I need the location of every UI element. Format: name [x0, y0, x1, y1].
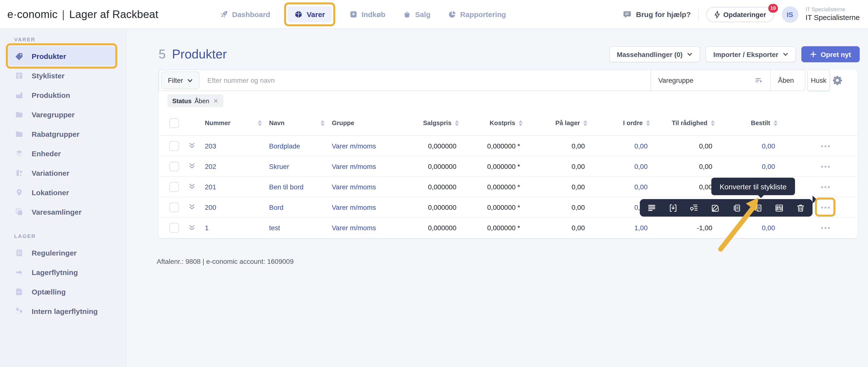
row-actions-button[interactable]: ••• — [821, 203, 831, 211]
app-logo[interactable]: e·conomic | Lager af Rackbeat — [7, 0, 158, 29]
sort-icon[interactable] — [646, 120, 650, 126]
header-navn[interactable]: Navn — [267, 119, 330, 127]
sidebar-item-lagerflytning[interactable]: Lagerflytning — [8, 262, 115, 282]
product-name-link[interactable]: test — [269, 224, 280, 232]
pa-lager-value: 0,00 — [523, 162, 587, 170]
expand-row-icon[interactable] — [188, 203, 196, 211]
sidebar-item-produkter[interactable]: Produkter — [8, 46, 115, 66]
sidebar-item-rabatgrupper[interactable]: Rabatgrupper — [8, 124, 115, 144]
bestilt-link[interactable]: 0,00 — [762, 162, 775, 170]
convert-to-bom-icon[interactable] — [753, 203, 763, 212]
sort-icon[interactable] — [519, 120, 523, 126]
i-ordre-link[interactable]: 0,00 — [634, 142, 648, 150]
product-group-link[interactable]: Varer m/moms — [332, 142, 376, 150]
row-actions-button[interactable]: ••• — [821, 224, 831, 232]
download-icon[interactable] — [668, 203, 678, 212]
expand-row-icon[interactable] — [188, 142, 196, 150]
product-name-link[interactable]: Ben til bord — [269, 183, 304, 190]
header-pa-lager[interactable]: På lager — [523, 119, 587, 127]
duplicate-icon[interactable] — [732, 203, 742, 212]
import-export-button[interactable]: Importer / Eksporter — [706, 46, 796, 62]
product-number-link[interactable]: 1 — [205, 224, 209, 232]
sort-icon[interactable] — [321, 120, 324, 126]
nav-item-dashboard[interactable]: Dashboard — [220, 10, 270, 19]
header-kostpris[interactable]: Kostpris — [459, 119, 523, 127]
sidebar-item-enheder[interactable]: Enheder — [8, 144, 115, 163]
row-checkbox[interactable] — [169, 161, 179, 171]
product-name-link[interactable]: Bordplade — [269, 142, 300, 150]
sidebar-item-varesamlinger[interactable]: Varesamlinger — [8, 202, 115, 221]
header-nummer[interactable]: Nummer — [203, 119, 267, 127]
delete-trash-icon[interactable] — [796, 203, 805, 212]
sort-icon[interactable] — [258, 120, 262, 126]
product-group-link[interactable]: Varer m/moms — [332, 162, 376, 170]
row-actions-button[interactable]: ••• — [821, 162, 831, 170]
bestilt-link[interactable]: 0,00 — [762, 224, 775, 232]
sidebar-item-intern-lagerflytning[interactable]: Intern lagerflytning — [8, 301, 115, 321]
nav-item-rapportering[interactable]: Rapportering — [448, 10, 506, 19]
sidebar-item-reguleringer[interactable]: Reguleringer — [8, 243, 115, 262]
expand-row-icon[interactable] — [188, 224, 196, 232]
stock-list-icon[interactable] — [647, 203, 656, 212]
tag-report-icon[interactable] — [690, 203, 699, 212]
varegruppe-filter[interactable]: Varegruppe — [651, 70, 770, 91]
product-number-link[interactable]: 200 — [205, 203, 216, 211]
i-ordre-link[interactable]: 1,00 — [634, 224, 648, 232]
product-name-link[interactable]: Skruer — [269, 162, 289, 170]
expand-row-icon[interactable] — [188, 183, 196, 191]
i-ordre-link[interactable]: 0,00 — [634, 183, 648, 190]
create-new-button[interactable]: Opret nyt — [801, 46, 860, 62]
inventory-abacus-icon[interactable] — [775, 203, 784, 212]
product-number-link[interactable]: 201 — [205, 183, 216, 190]
nav-item-salg[interactable]: Salg — [403, 10, 430, 19]
plus-icon — [810, 51, 816, 57]
avatar[interactable]: IS — [782, 6, 798, 23]
product-number-link[interactable]: 203 — [205, 142, 216, 150]
org-info[interactable]: IT Specialisterne IT Specialisterne — [805, 6, 860, 22]
sort-icon[interactable] — [711, 120, 715, 126]
header-til-radighed[interactable]: Til rådighed — [650, 119, 715, 127]
header-label: På lager — [555, 119, 580, 127]
nav-item-varer[interactable]: Varer — [288, 6, 332, 22]
header-gruppe[interactable]: Gruppe — [330, 119, 398, 127]
product-group-link[interactable]: Varer m/moms — [332, 183, 376, 190]
sidebar-item-optaelling[interactable]: Optælling — [8, 282, 115, 301]
product-name-link[interactable]: Bord — [269, 203, 283, 211]
row-checkbox[interactable] — [169, 182, 179, 191]
edit-icon[interactable] — [711, 203, 720, 212]
i-ordre-link[interactable]: 0,00 — [634, 162, 648, 170]
status-filter[interactable]: Åben — [770, 70, 805, 91]
salgspris-value: 0,000000 — [398, 203, 459, 211]
remember-button[interactable]: Husk — [807, 70, 830, 91]
help-button[interactable]: Brug for hjælp? — [623, 10, 691, 19]
sidebar-item-lokationer[interactable]: Lokationer — [8, 183, 115, 202]
sort-icon[interactable] — [583, 120, 587, 126]
sidebar-item-varegrupper[interactable]: Varegrupper — [8, 105, 115, 124]
sidebar-item-variationer[interactable]: Variationer — [8, 163, 115, 183]
sidebar-item-styklister[interactable]: Styklister — [8, 66, 115, 85]
settings-gear-icon[interactable] — [832, 75, 843, 86]
product-group-link[interactable]: Varer m/moms — [332, 203, 376, 211]
bulk-actions-button[interactable]: Massehandlinger (0) — [609, 46, 700, 62]
header-i-ordre[interactable]: I ordre — [587, 119, 650, 127]
product-number-link[interactable]: 202 — [205, 162, 216, 170]
bestilt-link[interactable]: 0,00 — [762, 142, 775, 150]
sort-icon[interactable] — [455, 120, 459, 126]
updates-button[interactable]: Opdateringer 10 — [706, 6, 774, 22]
header-bestilt[interactable]: Bestilt — [715, 119, 777, 127]
select-all-checkbox[interactable] — [169, 118, 179, 128]
expand-row-icon[interactable] — [188, 162, 196, 171]
row-checkbox[interactable] — [169, 223, 179, 233]
row-checkbox[interactable] — [169, 202, 179, 212]
search-input[interactable] — [199, 70, 651, 91]
product-group-link[interactable]: Varer m/moms — [332, 224, 376, 232]
sort-icon[interactable] — [774, 120, 777, 126]
row-actions-button[interactable]: ••• — [821, 183, 831, 190]
filter-dropdown-button[interactable]: Filter — [161, 71, 199, 89]
header-salgspris[interactable]: Salgspris — [398, 119, 459, 127]
remove-filter-icon[interactable]: ✕ — [213, 97, 218, 104]
row-actions-button[interactable]: ••• — [821, 142, 831, 150]
row-checkbox[interactable] — [169, 141, 179, 151]
sidebar-item-produktion[interactable]: Produktion — [8, 85, 115, 105]
nav-item-indkob[interactable]: Indkøb — [349, 10, 385, 19]
